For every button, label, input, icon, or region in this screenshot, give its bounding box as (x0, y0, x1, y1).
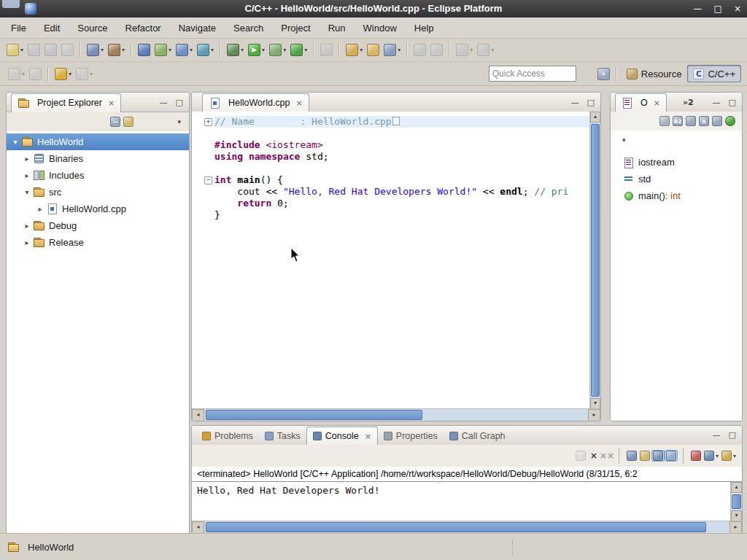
minimize-view-button[interactable]: — (713, 98, 721, 107)
new-wizard-icon[interactable]: ▾ (4, 42, 26, 58)
open-element-icon[interactable]: ▾ (195, 42, 216, 58)
hide-static-icon[interactable]: s (697, 115, 711, 127)
console-output[interactable]: Hello, Red Hat Developers World! (192, 482, 731, 521)
forward-history-icon[interactable]: ▾ (475, 42, 496, 58)
menu-help[interactable]: Help (411, 20, 438, 36)
tab-problems[interactable]: Problems (196, 427, 259, 445)
build-icon[interactable]: ▾ (106, 42, 127, 58)
tab-project-explorer[interactable]: Project Explorer × (11, 93, 121, 112)
scroll-up-icon[interactable]: ▴ (590, 112, 600, 122)
hide-fields-icon[interactable] (684, 115, 697, 127)
console-vertical-scrollbar[interactable]: ▴ ▾ (730, 482, 742, 521)
menu-run[interactable]: Run (325, 20, 349, 36)
close-icon[interactable]: × (296, 98, 303, 108)
run-history-icon[interactable]: ▾ (267, 42, 288, 58)
skip-breakpoints-icon[interactable]: ▾ (85, 42, 106, 58)
link-editor-icon[interactable] (122, 116, 135, 128)
menu-refactor[interactable]: Refactor (122, 20, 165, 36)
external-tools-icon[interactable]: ▾ (288, 42, 309, 58)
window-maximize-button[interactable]: □ (714, 0, 722, 18)
menu-project[interactable]: Project (277, 20, 314, 36)
maximize-view-button[interactable]: □ (729, 430, 736, 440)
tree-item-helloworld-cpp[interactable]: ▸ HelloWorld.cpp (7, 201, 189, 217)
print-icon[interactable] (59, 42, 76, 58)
forward-icon[interactable]: ▾ (74, 66, 95, 82)
fold-marker-icon[interactable] (202, 198, 214, 209)
tab-call-graph[interactable]: Call Graph (444, 427, 511, 445)
view-stack-overflow[interactable]: »2 (683, 98, 694, 107)
outline-item-std[interactable]: std (611, 171, 742, 187)
scroll-down-icon[interactable]: ▾ (590, 398, 600, 409)
back-icon[interactable]: ▾ (53, 66, 74, 82)
menu-search[interactable]: Search (230, 20, 267, 36)
scroll-left-icon[interactable]: ◂ (192, 521, 204, 534)
code-area[interactable]: + // Name : HelloWorld.cpp #include <ios… (192, 112, 590, 221)
debug-icon[interactable]: ▾ (225, 42, 246, 58)
expand-arrow-icon[interactable]: ▾ (21, 188, 33, 196)
fold-marker-icon[interactable] (202, 209, 214, 221)
quick-access-input[interactable] (489, 66, 576, 82)
close-icon[interactable]: × (108, 98, 115, 108)
close-icon[interactable]: × (365, 432, 371, 441)
scrollbar-thumb[interactable] (206, 410, 422, 420)
mark-occurrences-icon[interactable] (318, 42, 335, 58)
previous-annotation-icon[interactable] (428, 42, 445, 58)
perspective-resource[interactable]: Resource (621, 65, 688, 82)
fold-marker-icon[interactable] (202, 151, 214, 163)
fold-marker-icon[interactable] (202, 186, 214, 198)
editor-vertical-scrollbar[interactable]: ▴ ▾ (589, 112, 600, 409)
outline-item-main[interactable]: main() : int (611, 187, 742, 204)
scroll-up-icon[interactable]: ▴ (731, 482, 742, 493)
maximize-view-button[interactable]: □ (587, 98, 595, 107)
terminate-icon[interactable] (574, 450, 587, 462)
open-console-icon[interactable]: ▾ (720, 450, 738, 462)
maximize-view-button[interactable]: □ (176, 98, 183, 107)
fold-marker-icon[interactable]: + (202, 116, 214, 128)
new-source-file-icon[interactable]: ▾ (174, 42, 195, 58)
fold-marker-icon[interactable] (202, 163, 214, 174)
menu-window[interactable]: Window (360, 20, 400, 36)
save-icon[interactable] (26, 42, 42, 58)
window-close-button[interactable]: × (734, 0, 741, 18)
editor-horizontal-scrollbar[interactable]: ◂ ▸ (192, 408, 600, 421)
menu-source[interactable]: Source (74, 20, 111, 36)
expand-arrow-icon[interactable]: ▾ (9, 138, 21, 146)
last-edit-location-icon[interactable] (27, 66, 44, 82)
outline-item-iostream[interactable]: iostream (611, 154, 742, 171)
scroll-left-icon[interactable]: ◂ (192, 409, 204, 421)
next-annotation-icon[interactable] (411, 42, 428, 58)
show-stderr-icon[interactable] (665, 450, 678, 462)
clear-console-icon[interactable] (625, 450, 638, 462)
tab-helloworld-cpp[interactable]: HelloWorld.cpp × (202, 93, 309, 112)
scroll-lock-icon[interactable] (638, 450, 651, 462)
expand-arrow-icon[interactable]: ▸ (34, 205, 46, 213)
open-type-icon[interactable]: ▾ (344, 42, 365, 58)
new-binary-icon[interactable] (136, 42, 152, 58)
menu-edit[interactable]: Edit (40, 20, 63, 36)
minimize-view-button[interactable]: — (571, 98, 579, 107)
menu-navigate[interactable]: Navigate (175, 20, 220, 36)
open-perspective-icon[interactable]: + (595, 66, 612, 82)
tab-tasks[interactable]: Tasks (259, 427, 306, 445)
new-cpp-class-icon[interactable]: ▾ (152, 42, 174, 58)
fold-marker-icon[interactable] (202, 139, 214, 151)
pin-editor-icon[interactable]: ▾ (6, 66, 27, 82)
expand-arrow-icon[interactable]: ▸ (21, 238, 33, 246)
remove-launch-icon[interactable]: × (587, 450, 600, 462)
pin-console-icon[interactable] (689, 450, 703, 462)
minimize-view-button[interactable]: — (160, 98, 168, 107)
minimize-view-button[interactable]: — (713, 430, 721, 440)
remove-all-launches-icon[interactable]: ×× (600, 450, 614, 462)
tree-item-helloworld[interactable]: ▾ HelloWorld (7, 133, 189, 150)
collapse-all-icon[interactable] (658, 115, 671, 127)
search-icon[interactable]: ▾ (382, 42, 403, 58)
collapse-all-icon[interactable]: − (109, 116, 122, 128)
scrollbar-thumb[interactable] (732, 494, 741, 509)
show-stdout-icon[interactable] (651, 450, 665, 462)
scroll-right-icon[interactable]: ▸ (729, 521, 742, 534)
scrollbar-thumb[interactable] (206, 522, 706, 532)
window-minimize-button[interactable]: — (694, 0, 703, 18)
expand-arrow-icon[interactable]: ▸ (21, 155, 33, 163)
tab-properties[interactable]: Properties (378, 427, 444, 445)
menu-file[interactable]: File (7, 20, 30, 36)
